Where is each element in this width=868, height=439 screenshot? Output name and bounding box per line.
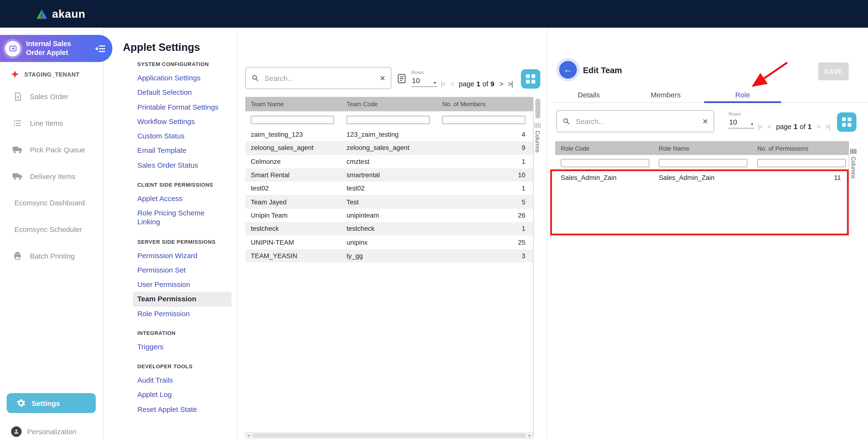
save-button[interactable]: SAVE <box>818 63 848 81</box>
settings-nav-item-applet-log[interactable]: Applet Log <box>137 388 228 402</box>
settings-nav-item-printable-format-settings[interactable]: Printable Format Settings <box>137 100 228 115</box>
settings-nav-item-triggers[interactable]: Triggers <box>137 340 228 354</box>
columns-toggle[interactable]: Columns <box>850 157 856 179</box>
horizontal-scrollbar-thumb[interactable] <box>253 434 526 437</box>
akaun-logo[interactable]: akaun <box>35 7 85 20</box>
table-row[interactable]: UNIPIN-TEAMunipinx25 <box>245 236 533 249</box>
team-code-filter-input[interactable] <box>347 116 430 124</box>
settings-nav-item-application-settings[interactable]: Application Settings <box>137 71 228 85</box>
settings-nav-item-custom-status[interactable]: Custom Status <box>137 129 228 144</box>
role-search-input[interactable] <box>575 117 698 126</box>
table-row[interactable]: zaim_testing_123123_zaim_testing4 <box>245 128 533 141</box>
team-pagination: |< < page1of9 > >| <box>441 79 513 90</box>
team-search-box: × <box>245 67 391 89</box>
settings-nav-item-team-permission[interactable]: Team Permission <box>133 292 231 307</box>
settings-nav-item-user-permission[interactable]: User Permission <box>137 277 228 292</box>
table-cell: 25 <box>437 239 533 246</box>
settings-nav-item-role-permission[interactable]: Role Permission <box>137 307 228 321</box>
prev-page-button[interactable]: < <box>451 81 454 88</box>
tenant-selector[interactable]: STAGING_TENANT <box>10 70 80 79</box>
role-code-filter-input[interactable] <box>561 159 649 167</box>
sidebar-item-label: Ecomsync Scheduler <box>14 225 82 233</box>
table-row[interactable]: Unipin Teamunipinteam26 <box>245 209 533 222</box>
settings-nav-item-workflow-settings[interactable]: Workflow Settings <box>137 115 228 129</box>
clear-search-icon[interactable]: × <box>380 73 385 83</box>
first-page-button[interactable]: |< <box>758 123 763 130</box>
sidebar-item-ecomsync-scheduler[interactable]: Ecomsync Scheduler <box>0 216 103 243</box>
settings-nav-item-email-template[interactable]: Email Template <box>137 144 228 158</box>
settings-nav-item-permission-wizard[interactable]: Permission Wizard <box>137 248 228 263</box>
first-page-button[interactable]: |< <box>441 81 445 88</box>
sidebar-item-batch-printing[interactable]: Batch Printing <box>0 243 103 269</box>
table-cell: 5 <box>437 198 533 206</box>
edit-team-title: Edit Team <box>583 65 622 74</box>
rows-per-page-icon[interactable] <box>397 73 407 84</box>
next-page-button[interactable]: > <box>499 81 503 88</box>
tab-members[interactable]: Members <box>627 88 704 102</box>
table-row[interactable]: Team JayedTest5 <box>245 195 533 209</box>
settings-nav-item-role-pricing-scheme-linking[interactable]: Role Pricing Scheme Linking <box>137 206 228 229</box>
settings-nav-item-audit-trails[interactable]: Audit Trails <box>137 373 228 388</box>
column-header[interactable]: Team Code <box>341 101 437 107</box>
rows-dropdown[interactable]: 10 ▼ <box>411 75 437 87</box>
sidebar-item-ecomsync-dashboard[interactable]: Ecomsync Dashboard <box>0 189 103 216</box>
column-header[interactable]: Role Name <box>653 145 752 152</box>
role-name-filter-input[interactable] <box>659 159 747 167</box>
edit-team-tabs: DetailsMembersRole <box>550 88 868 103</box>
sidebar-item-label: Pick Pack Queue <box>30 145 85 154</box>
table-row[interactable]: test02test021 <box>245 182 533 195</box>
prev-page-button[interactable]: < <box>768 123 771 130</box>
table-row[interactable]: TEAM_YEASINty_gg3 <box>245 249 533 262</box>
scroll-left-icon[interactable]: ◂ <box>246 433 251 438</box>
settings-nav-item-reset-applet-state[interactable]: Reset Applet State <box>137 402 228 417</box>
columns-toggle[interactable]: Columns <box>534 131 540 153</box>
column-header[interactable]: No. of Permissions <box>752 145 848 152</box>
sidebar-item-line-items[interactable]: Line Items <box>0 109 103 136</box>
settings-nav-item-applet-access[interactable]: Applet Access <box>137 191 228 206</box>
team-table-header: Team Name Team Code No. of Members <box>245 97 533 111</box>
column-header[interactable]: No. of Members <box>437 101 533 107</box>
sidebar-item-settings[interactable]: Settings <box>7 393 96 413</box>
tab-role[interactable]: Role <box>704 88 781 102</box>
sidebar-item-pick-pack-queue[interactable]: Pick Pack Queue <box>0 136 103 163</box>
team-name-filter-input[interactable] <box>251 116 334 124</box>
drag-handle-icon[interactable] <box>535 123 540 128</box>
table-cell: Team Jayed <box>245 198 341 206</box>
grid-view-button[interactable] <box>837 113 857 132</box>
tenant-name: STAGING_TENANT <box>25 71 80 77</box>
sidebar-item-sales-order[interactable]: SSales Order <box>0 83 103 109</box>
sidebar-item-delivery-items[interactable]: Delivery Items <box>0 163 103 189</box>
column-header[interactable]: Team Name <box>245 101 341 107</box>
vertical-scrollbar-thumb[interactable] <box>535 99 540 119</box>
next-page-button[interactable]: > <box>816 123 820 130</box>
back-button[interactable]: ← <box>559 61 577 79</box>
horizontal-scrollbar[interactable]: ◂ ▸ <box>245 433 533 439</box>
last-page-button[interactable]: >| <box>825 123 830 130</box>
settings-nav-item-default-selection[interactable]: Default Selection <box>137 85 228 100</box>
settings-nav-item-permission-set[interactable]: Permission Set <box>137 263 228 278</box>
settings-nav-item-sales-order-status[interactable]: Sales Order Status <box>137 158 228 173</box>
collapse-sidebar-icon[interactable] <box>95 44 105 52</box>
table-row[interactable]: Smart Rentalsmartrental10 <box>245 168 533 182</box>
drag-handle-icon[interactable] <box>850 149 856 154</box>
table-row[interactable]: Sales_Admin_ZainSales_Admin_Zain11 <box>555 170 848 185</box>
table-cell: zaim_testing_123 <box>245 131 341 138</box>
column-header[interactable]: Role Code <box>555 145 653 152</box>
tab-details[interactable]: Details <box>550 88 627 102</box>
clear-search-icon[interactable]: × <box>703 117 708 126</box>
table-cell: unipinteam <box>341 212 437 219</box>
members-filter-input[interactable] <box>442 116 525 124</box>
sidebar-item-personalization[interactable]: Personalization <box>7 423 81 439</box>
rows-dropdown[interactable]: 10 ▼ <box>728 117 754 128</box>
scroll-right-icon[interactable]: ▸ <box>527 433 532 438</box>
grid-icon <box>526 74 535 84</box>
applet-header[interactable]: Internal Sales Order Applet <box>0 35 113 62</box>
permissions-filter-input[interactable] <box>757 159 846 167</box>
table-row[interactable]: Celmonzecmztest1 <box>245 155 533 168</box>
table-row[interactable]: zeloong_sales_agentzeloong_sales_agent9 <box>245 141 533 155</box>
last-page-button[interactable]: >| <box>508 81 513 88</box>
table-row[interactable]: testchecktestcheck1 <box>245 222 533 236</box>
table-cell: 9 <box>437 144 533 152</box>
grid-view-button[interactable] <box>521 69 540 89</box>
team-search-input[interactable] <box>264 73 375 83</box>
